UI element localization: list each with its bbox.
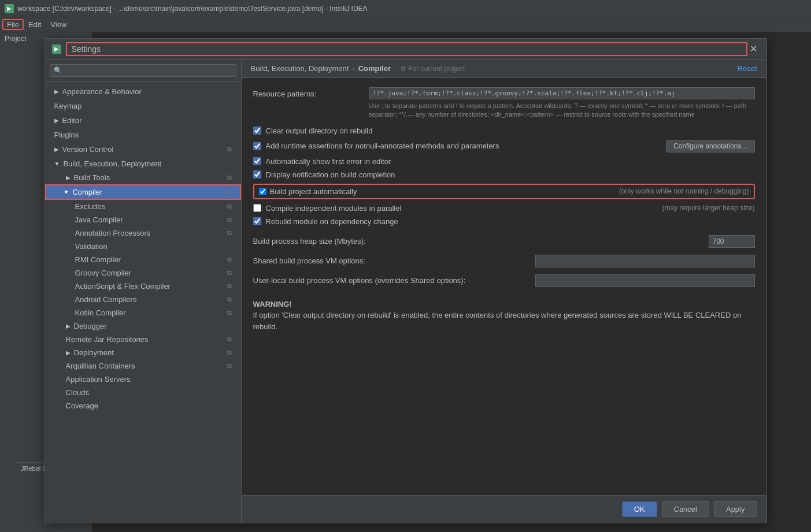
dialog-body: 🔍 ▶ Appearance & Behavior Keymap [45, 59, 766, 523]
search-input[interactable] [65, 66, 232, 75]
checkbox-compile-parallel: Compile independent modules in parallel … [253, 204, 755, 213]
copy-icon: ⧉ [227, 216, 232, 224]
close-button[interactable]: ✕ [747, 41, 760, 57]
content-body: Resource patterns: Use ; to separate pat… [242, 78, 766, 495]
checkbox-compile-parallel-note: (may require larger heap size) [662, 204, 754, 212]
heap-size-input[interactable] [709, 235, 755, 248]
sidebar-item-label: RMI Compiler [75, 255, 121, 264]
search-wrapper: 🔍 [50, 64, 236, 77]
shared-vm-input[interactable] [535, 255, 755, 267]
sidebar-item-label: Application Servers [66, 375, 131, 384]
sidebar-item-editor[interactable]: ▶ Editor [45, 113, 241, 128]
arrow-icon: ▶ [66, 349, 71, 356]
checkbox-build-automatically-label: Build project automatically [270, 187, 610, 196]
menu-edit[interactable]: Edit [24, 19, 46, 30]
sidebar-item-android-compilers[interactable]: Android Compilers ⧉ [45, 293, 241, 306]
shared-vm-label: Shared build process VM options: [253, 256, 535, 265]
sidebar-item-actionscript[interactable]: ActionScript & Flex Compiler ⧉ [45, 280, 241, 293]
sidebar-item-plugins[interactable]: Plugins [45, 128, 241, 142]
sidebar-item-label: Remote Jar Repositories [66, 335, 149, 344]
sidebar-item-validation[interactable]: Validation [45, 240, 241, 253]
checkbox-clear-output: Clear output directory on rebuild [253, 127, 755, 135]
window-title: workspace [C:/dev/workspace] - ...\demo\… [17, 5, 806, 13]
copy-icon: ⧉ [227, 282, 232, 290]
copy-icon: ⧉ [227, 203, 232, 210]
sidebar-item-version-control[interactable]: ▶ Version Control ⧉ [45, 142, 241, 157]
cancel-button[interactable]: Cancel [662, 501, 709, 517]
sidebar-item-excludes[interactable]: Excludes ⧉ [45, 200, 241, 213]
sidebar-item-deployment[interactable]: ▶ Deployment ⧉ [45, 346, 241, 359]
copy-icon: ⧉ [227, 309, 232, 317]
sidebar-item-label: Kotlin Compiler [75, 308, 126, 317]
checkbox-runtime-assertions-label: Add runtime assertions for notnull-annot… [266, 142, 660, 150]
copy-icon: ⧉ [227, 269, 232, 277]
sidebar-item-keymap[interactable]: Keymap [45, 99, 241, 113]
checkbox-rebuild-dependency-label: Rebuild module on dependency change [266, 217, 755, 226]
sidebar-item-kotlin-compiler[interactable]: Kotlin Compiler ⧉ [45, 306, 241, 319]
settings-dialog: ▶ Settings ✕ 🔍 [45, 38, 767, 523]
resource-patterns-input[interactable] [369, 87, 755, 99]
checkbox-runtime-assertions-input[interactable] [253, 142, 261, 150]
sidebar-item-clouds[interactable]: Clouds [45, 386, 241, 399]
settings-tree: ▶ Appearance & Behavior Keymap ▶ Editor … [45, 82, 241, 523]
copy-icon: ⧉ [227, 336, 232, 343]
checkbox-show-first-error-input[interactable] [253, 157, 261, 165]
warning-box: WARNING! If option 'Clear output directo… [253, 299, 755, 333]
sidebar-item-java-compiler[interactable]: Java Compiler ⧉ [45, 213, 241, 226]
heap-size-label: Build process heap size (Mbytes): [253, 237, 709, 245]
content-header: Build, Execution, Deployment › Compiler … [242, 59, 766, 78]
menu-file[interactable]: File [2, 19, 24, 30]
sidebar-item-label: Deployment [74, 348, 114, 357]
arrow-icon: ▶ [66, 174, 71, 181]
checkbox-build-automatically-input[interactable] [259, 188, 266, 195]
dialog-overlay: ▶ Settings ✕ 🔍 [0, 32, 811, 532]
sidebar-item-remote-jar[interactable]: Remote Jar Repositories ⧉ [45, 333, 241, 346]
resource-patterns-row: Resource patterns: Use ; to separate pat… [253, 87, 755, 120]
dialog-icon: ▶ [52, 44, 61, 54]
breadcrumb-parent: Build, Execution, Deployment [251, 64, 349, 73]
sidebar-item-label: Plugins [54, 131, 79, 139]
sidebar-item-label: Validation [75, 242, 108, 251]
sidebar-item-build-tools[interactable]: ▶ Build Tools ⧉ [45, 171, 241, 184]
sidebar-item-build-execution[interactable]: ▼ Build, Execution, Deployment [45, 157, 241, 171]
sidebar-item-label: Appearance & Behavior [62, 87, 142, 96]
sidebar-item-coverage[interactable]: Coverage [45, 399, 241, 412]
warning-title: WARNING! [253, 299, 755, 310]
sidebar-item-compiler[interactable]: ▼ Compiler ⧉ [45, 184, 241, 200]
reset-button[interactable]: Reset [738, 64, 757, 73]
copy-icon: ⧉ [227, 256, 232, 263]
dialog-footer: OK Cancel Apply [242, 495, 766, 523]
checkbox-rebuild-dependency-input[interactable] [253, 217, 261, 225]
for-current-project: ⚙ For current project [400, 65, 465, 73]
checkbox-clear-output-label: Clear output directory on rebuild [266, 127, 755, 135]
sidebar-item-application-servers[interactable]: Application Servers [45, 373, 241, 386]
apply-button[interactable]: Apply [714, 501, 757, 517]
checkbox-clear-output-input[interactable] [253, 127, 261, 135]
sidebar-item-annotation-processors[interactable]: Annotation Processors ⧉ [45, 226, 241, 240]
warning-text: If option 'Clear output directory on reb… [253, 310, 755, 332]
sidebar-item-label: ActionScript & Flex Compiler [75, 282, 171, 291]
copy-icon: ⧉ [227, 349, 232, 356]
menu-bar: File Edit View [0, 17, 811, 32]
checkbox-rebuild-dependency: Rebuild module on dependency change [253, 217, 755, 226]
configure-annotations-button[interactable]: Configure annotations... [666, 140, 754, 152]
user-vm-input[interactable] [535, 274, 755, 287]
sidebar-item-appearance[interactable]: ▶ Appearance & Behavior [45, 84, 241, 99]
sidebar-item-label: Clouds [66, 388, 89, 397]
settings-sidebar: 🔍 ▶ Appearance & Behavior Keymap [45, 59, 242, 523]
ok-button[interactable]: OK [622, 501, 657, 517]
sidebar-item-debugger[interactable]: ▶ Debugger [45, 319, 241, 333]
search-icon: 🔍 [54, 66, 62, 75]
resource-patterns-label: Resource patterns: [253, 87, 369, 98]
sidebar-item-arquillian[interactable]: Arquillian Containers ⧉ [45, 359, 241, 373]
sidebar-item-groovy-compiler[interactable]: Groovy Compiler ⧉ [45, 266, 241, 280]
checkbox-show-first-error-label: Automatically show first error in editor [266, 157, 755, 166]
checkbox-display-notification-input[interactable] [253, 170, 261, 178]
sidebar-item-label: Compiler [72, 188, 102, 196]
menu-view[interactable]: View [46, 19, 71, 30]
sidebar-item-label: Coverage [66, 401, 98, 410]
resource-patterns-hint: Use ; to separate patterns and ! to nega… [369, 102, 755, 120]
checkbox-compile-parallel-input[interactable] [253, 204, 261, 212]
sidebar-item-label: Keymap [54, 102, 82, 110]
sidebar-item-rmi-compiler[interactable]: RMI Compiler ⧉ [45, 253, 241, 266]
